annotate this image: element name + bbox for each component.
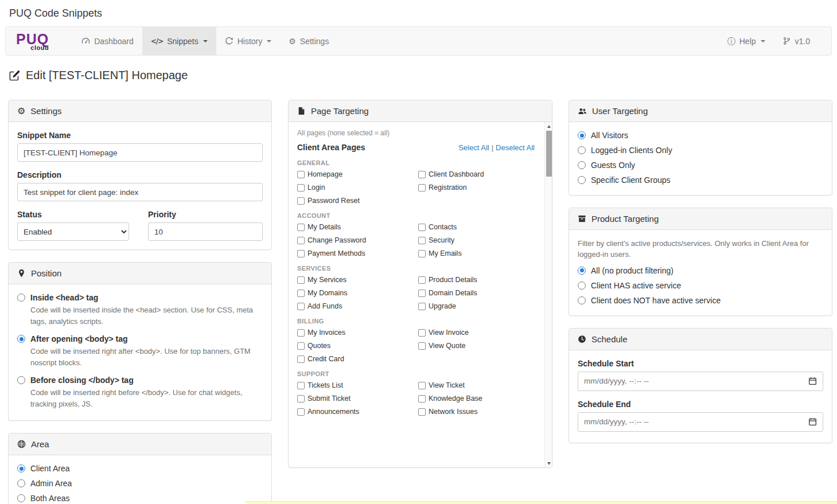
page-checkbox-contacts[interactable]: Contacts bbox=[418, 223, 535, 231]
snippet-name-input[interactable] bbox=[17, 143, 263, 162]
page-checkbox-submit-ticket[interactable]: Submit Ticket bbox=[297, 394, 414, 403]
checkbox[interactable] bbox=[297, 171, 305, 178]
page-checkbox-my-services[interactable]: My Services bbox=[297, 276, 414, 284]
checkbox[interactable] bbox=[297, 197, 305, 205]
schedule-end-input[interactable]: mm/dd/yyyy, --:-- -- bbox=[578, 412, 823, 432]
page-checkbox-registration[interactable]: Registration bbox=[418, 183, 535, 192]
checkbox[interactable] bbox=[297, 329, 305, 337]
product-radio-no-service[interactable] bbox=[578, 296, 586, 304]
checkbox[interactable] bbox=[418, 237, 426, 244]
user-radio-client-groups[interactable] bbox=[578, 176, 586, 184]
product-option-no-service[interactable]: Client does NOT have active service bbox=[578, 296, 823, 306]
page-checkbox-security[interactable]: Security bbox=[418, 236, 535, 244]
user-option-client-groups[interactable]: Specific Client Groups bbox=[578, 175, 823, 185]
area-option-client[interactable]: Client Area bbox=[17, 464, 263, 474]
checkbox[interactable] bbox=[418, 276, 426, 284]
page-checkbox-view-quote[interactable]: View Quote bbox=[418, 342, 535, 350]
position-radio-before-close[interactable] bbox=[17, 376, 25, 384]
nav-dashboard[interactable]: Dashboard bbox=[73, 27, 142, 55]
calendar-icon[interactable] bbox=[808, 377, 817, 385]
position-radio-head[interactable] bbox=[17, 294, 25, 302]
page-checkbox-my-invoices[interactable]: My Invoices bbox=[297, 329, 414, 337]
calendar-icon[interactable] bbox=[808, 417, 817, 426]
scroll-thumb[interactable] bbox=[546, 131, 552, 177]
user-option-guests[interactable]: Guests Only bbox=[578, 161, 823, 170]
checkbox[interactable] bbox=[297, 408, 305, 416]
user-radio-logged-in[interactable] bbox=[578, 146, 586, 154]
page-checkbox-network-issues[interactable]: Network Issues bbox=[418, 408, 535, 416]
page-checkbox-payment-methods[interactable]: Payment Methods bbox=[297, 249, 414, 257]
checkbox[interactable] bbox=[297, 250, 305, 257]
page-checkbox-my-domains[interactable]: My Domains bbox=[297, 289, 414, 297]
checkbox[interactable] bbox=[297, 355, 305, 363]
select-all-link[interactable]: Select All bbox=[458, 143, 489, 152]
nav-snippets[interactable]: </> Snippets bbox=[142, 27, 216, 55]
checkbox[interactable] bbox=[418, 303, 426, 310]
page-checkbox-credit-card[interactable]: Credit Card bbox=[297, 355, 414, 363]
checkbox[interactable] bbox=[297, 395, 305, 403]
area-radio-admin[interactable] bbox=[17, 479, 25, 487]
checkbox[interactable] bbox=[297, 303, 305, 310]
schedule-start-input[interactable]: mm/dd/yyyy, --:-- -- bbox=[578, 372, 823, 391]
checkbox[interactable] bbox=[418, 224, 426, 231]
scroll-up-button[interactable] bbox=[545, 122, 552, 130]
checkbox[interactable] bbox=[418, 382, 426, 389]
deselect-all-link[interactable]: Deselect All bbox=[496, 143, 535, 152]
position-option-before-close[interactable]: Before closing </body> tag Code will be … bbox=[17, 376, 263, 409]
scrollbar[interactable] bbox=[544, 122, 552, 467]
nav-help[interactable]: ⓘ Help bbox=[719, 27, 774, 55]
page-checkbox-announcements[interactable]: Announcements bbox=[297, 408, 414, 416]
checkbox[interactable] bbox=[297, 237, 305, 244]
page-checkbox-password-reset[interactable]: Password Reset bbox=[297, 197, 414, 205]
page-checkbox-my-emails[interactable]: My Emails bbox=[418, 249, 535, 257]
checkbox[interactable] bbox=[297, 184, 305, 192]
product-option-has-service[interactable]: Client HAS active service bbox=[578, 281, 823, 291]
page-checkbox-quotes[interactable]: Quotes bbox=[297, 342, 414, 350]
page-checkbox-login[interactable]: Login bbox=[297, 183, 414, 192]
product-radio-all[interactable] bbox=[578, 267, 586, 275]
position-option-after-body[interactable]: After opening <body> tag Code will be in… bbox=[17, 334, 263, 368]
product-radio-has-service[interactable] bbox=[578, 282, 586, 290]
checkbox[interactable] bbox=[297, 342, 305, 350]
area-option-both[interactable]: Both Areas bbox=[17, 494, 263, 503]
scroll-down-button[interactable] bbox=[545, 459, 552, 467]
checkbox[interactable] bbox=[418, 395, 426, 403]
position-radio-after-body[interactable] bbox=[17, 335, 25, 343]
product-option-all[interactable]: All (no product filtering) bbox=[578, 266, 823, 276]
page-checkbox-knowledge-base[interactable]: Knowledge Base bbox=[418, 394, 535, 403]
area-radio-both[interactable] bbox=[17, 494, 25, 502]
brand-logo[interactable]: PUQ cloud bbox=[6, 27, 58, 55]
checkbox[interactable] bbox=[418, 171, 426, 178]
area-option-admin[interactable]: Admin Area bbox=[17, 479, 263, 489]
page-checkbox-change-password[interactable]: Change Password bbox=[297, 236, 414, 244]
user-radio-guests[interactable] bbox=[578, 161, 586, 169]
area-radio-client[interactable] bbox=[17, 464, 25, 472]
page-checkbox-view-ticket[interactable]: View Ticket bbox=[418, 381, 535, 389]
checkbox[interactable] bbox=[297, 290, 305, 297]
user-option-all-visitors[interactable]: All Visitors bbox=[578, 131, 823, 140]
checkbox[interactable] bbox=[297, 276, 305, 284]
checkbox[interactable] bbox=[418, 329, 426, 337]
page-checkbox-tickets-list[interactable]: Tickets List bbox=[297, 381, 414, 389]
page-checkbox-product-details[interactable]: Product Details bbox=[418, 276, 535, 284]
page-checkbox-view-invoice[interactable]: View Invoice bbox=[418, 329, 535, 337]
page-checkbox-add-funds[interactable]: Add Funds bbox=[297, 302, 414, 310]
status-select[interactable]: Enabled bbox=[17, 222, 129, 241]
page-checkbox-domain-details[interactable]: Domain Details bbox=[418, 289, 535, 297]
page-checkbox-my-details[interactable]: My Details bbox=[297, 223, 414, 231]
checkbox[interactable] bbox=[418, 290, 426, 297]
checkbox[interactable] bbox=[418, 408, 426, 416]
page-checkbox-upgrade[interactable]: Upgrade bbox=[418, 302, 535, 310]
priority-input[interactable] bbox=[148, 222, 263, 241]
page-checkbox-client-dashboard[interactable]: Client Dashboard bbox=[418, 170, 535, 178]
nav-version[interactable]: v1.0 bbox=[774, 27, 819, 55]
checkbox[interactable] bbox=[297, 224, 305, 231]
user-option-logged-in[interactable]: Logged-in Clients Only bbox=[578, 146, 823, 155]
description-input[interactable] bbox=[17, 183, 263, 201]
checkbox[interactable] bbox=[297, 382, 305, 389]
user-radio-all-visitors[interactable] bbox=[578, 131, 586, 139]
nav-history[interactable]: History bbox=[216, 27, 281, 55]
position-option-head[interactable]: Inside <head> tag Code will be inserted … bbox=[17, 293, 263, 327]
page-checkbox-homepage[interactable]: Homepage bbox=[297, 170, 414, 178]
checkbox[interactable] bbox=[418, 184, 426, 192]
